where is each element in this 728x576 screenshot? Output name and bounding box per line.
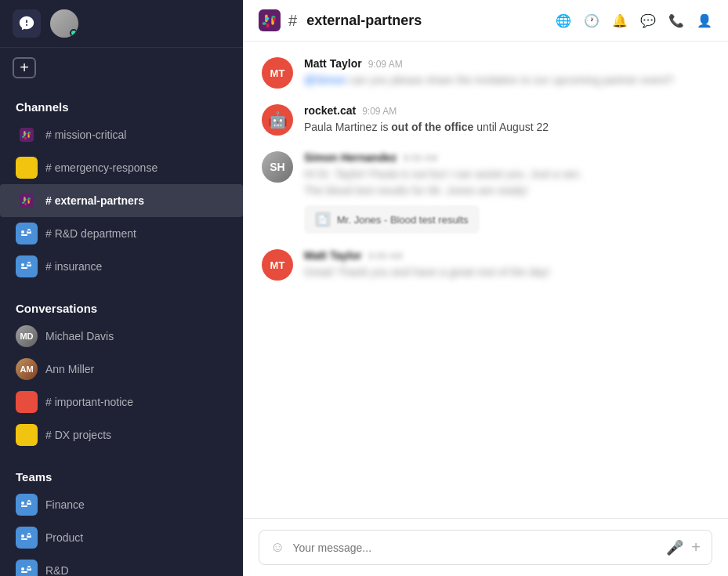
- simon-avatar: SH: [262, 151, 293, 183]
- sidebar-item-ann-miller[interactable]: AM Ann Miller: [0, 353, 243, 386]
- message-author-simon: Simon Hernandez: [304, 151, 397, 164]
- message-group-matt2: MT Matt Taylor 9:09 AM Great! Thank you …: [262, 249, 709, 281]
- sidebar-item-important-notice[interactable]: # important-notice: [0, 386, 243, 418]
- sidebar-item-label: # mission-critical: [45, 129, 126, 141]
- sidebar-item-mission-critical[interactable]: # mission-critical: [0, 118, 243, 151]
- sidebar-item-label: # DX projects: [45, 429, 111, 441]
- message-attachment: 📄 Mr. Jones - Blood test results: [304, 205, 480, 234]
- channel-hash: #: [288, 12, 297, 30]
- sidebar-item-michael-davis[interactable]: MD Michael Davis: [0, 320, 243, 353]
- emoji-picker-icon[interactable]: ☺: [270, 539, 284, 556]
- message-text: @Simon can you please share the invitati…: [304, 72, 709, 89]
- teams-icon-rd: [16, 560, 38, 576]
- sidebar-item-label: # insurance: [45, 260, 102, 273]
- phone-icon[interactable]: 📞: [668, 13, 684, 28]
- bold-text: out of the office: [391, 121, 473, 133]
- app-logo[interactable]: [13, 9, 41, 38]
- message-group-rocketcat: 🤖 rocket.cat 9:09 AM Paula Martinez is o…: [262, 104, 709, 136]
- message-author: Matt Taylor: [304, 57, 362, 70]
- sidebar-item-label: Product: [45, 531, 83, 544]
- teams-icon-product: [16, 527, 38, 549]
- attachment-icon: 📄: [315, 212, 331, 227]
- ann-avatar: AM: [16, 358, 38, 380]
- message-header-matt2: Matt Taylor 9:09 AM: [304, 249, 709, 262]
- message-time-rocketcat: 9:09 AM: [362, 106, 397, 117]
- sidebar-item-insurance[interactable]: # insurance: [0, 250, 243, 283]
- sidebar-item-label: Michael Davis: [45, 330, 114, 342]
- teams-icon-finance: [16, 494, 38, 516]
- message-text-rocketcat: Paula Martinez is out of the office unti…: [304, 119, 709, 136]
- rocketcat-avatar: 🤖: [262, 104, 293, 136]
- channel-type-icon: [259, 9, 281, 31]
- online-indicator: [70, 29, 78, 37]
- clock-icon[interactable]: 🕐: [584, 13, 599, 28]
- message-content: Matt Taylor 9:09 AM @Simon can you pleas…: [304, 57, 709, 89]
- add-button[interactable]: +: [13, 57, 36, 78]
- chat-icon[interactable]: 💬: [640, 13, 656, 28]
- message-content-simon: Simon Hernandez 9:09 AM Hi Dr. Taylor! P…: [304, 151, 709, 234]
- message-avatar: MT: [262, 57, 293, 89]
- sidebar-item-dx-projects[interactable]: # DX projects: [0, 418, 243, 451]
- svg-rect-0: [20, 128, 34, 142]
- sidebar-item-label: Ann Miller: [45, 363, 94, 375]
- message-header: Matt Taylor 9:09 AM: [304, 57, 709, 70]
- chat-header: # external-partners 🌐 🕐 🔔 💬 📞 👤: [243, 0, 728, 42]
- messages-area: MT Matt Taylor 9:09 AM @Simon can you pl…: [243, 42, 728, 518]
- message-header-rocketcat: rocket.cat 9:09 AM: [304, 104, 709, 117]
- header-actions: 🌐 🕐 🔔 💬 📞 👤: [556, 13, 712, 28]
- sidebar-item-rd-department[interactable]: # R&D department: [0, 217, 243, 250]
- emoji-icon[interactable]: 🔔: [612, 13, 628, 28]
- message-content-matt2: Matt Taylor 9:09 AM Great! Thank you and…: [304, 249, 709, 281]
- attachment-label: Mr. Jones - Blood test results: [337, 214, 469, 226]
- sidebar-item-rd[interactable]: R&D: [0, 554, 243, 576]
- main-content: # external-partners 🌐 🕐 🔔 💬 📞 👤 MT Matt …: [243, 0, 728, 576]
- channels-section: Channels # mission-critical # emergency-…: [0, 88, 243, 289]
- person-icon[interactable]: 👤: [697, 13, 712, 28]
- svg-rect-2: [259, 9, 281, 31]
- sidebar-item-label: R&D: [45, 564, 69, 576]
- teams-section: Teams Finance Product R&D: [0, 458, 243, 576]
- matt2-avatar: MT: [262, 249, 293, 281]
- slack-icon: [16, 124, 38, 146]
- message-text-matt2: Great! Thank you and have a great rest o…: [304, 264, 709, 281]
- sidebar-item-label: # R&D department: [45, 227, 136, 240]
- user-avatar[interactable]: [50, 9, 78, 38]
- message-header-simon: Simon Hernandez 9:09 AM: [304, 151, 709, 164]
- svg-rect-1: [20, 194, 34, 208]
- message-input[interactable]: [292, 542, 658, 554]
- sidebar-item-label: Finance: [45, 498, 85, 511]
- sidebar-item-label: # external-partners: [45, 194, 144, 207]
- sidebar-item-finance[interactable]: Finance: [0, 488, 243, 521]
- slack-icon-active: [16, 190, 38, 212]
- channel-name: external-partners: [306, 13, 548, 29]
- sidebar-item-emergency-response[interactable]: # emergency-response: [0, 151, 243, 184]
- channels-title: Channels: [0, 94, 243, 118]
- message-time-simon: 9:09 AM: [403, 153, 437, 164]
- add-attachment-icon[interactable]: +: [691, 538, 701, 556]
- globe-icon[interactable]: 🌐: [556, 13, 571, 28]
- conversations-section: Conversations MD Michael Davis AM Ann Mi…: [0, 289, 243, 458]
- sidebar-header: [0, 0, 243, 48]
- message-group: MT Matt Taylor 9:09 AM @Simon can you pl…: [262, 57, 709, 89]
- sidebar-item-product[interactable]: Product: [0, 521, 243, 554]
- michael-avatar: MD: [16, 325, 38, 347]
- message-author-matt2: Matt Taylor: [304, 249, 362, 262]
- message-group-simon: SH Simon Hernandez 9:09 AM Hi Dr. Taylor…: [262, 151, 709, 234]
- teams-icon-insurance: [16, 255, 38, 277]
- sidebar-item-label: # important-notice: [45, 396, 133, 408]
- message-text-simon: Hi Dr. Taylor! Paula is out but I can as…: [304, 166, 709, 199]
- microphone-icon[interactable]: 🎤: [666, 539, 683, 556]
- yellow-icon: [16, 157, 38, 179]
- teams-icon: [16, 223, 38, 245]
- yellow-icon-dx: [16, 424, 38, 446]
- mention: @Simon: [304, 74, 346, 86]
- message-input-area: ☺ 🎤 +: [243, 518, 728, 576]
- message-input-wrapper[interactable]: ☺ 🎤 +: [259, 530, 712, 565]
- message-time: 9:09 AM: [368, 59, 403, 70]
- sidebar-item-external-partners[interactable]: # external-partners: [0, 184, 243, 217]
- message-author-rocketcat: rocket.cat: [304, 104, 356, 117]
- sidebar-item-label: # emergency-response: [45, 161, 158, 174]
- conversations-title: Conversations: [0, 295, 243, 320]
- teams-title: Teams: [0, 464, 243, 488]
- message-content-rocketcat: rocket.cat 9:09 AM Paula Martinez is out…: [304, 104, 709, 136]
